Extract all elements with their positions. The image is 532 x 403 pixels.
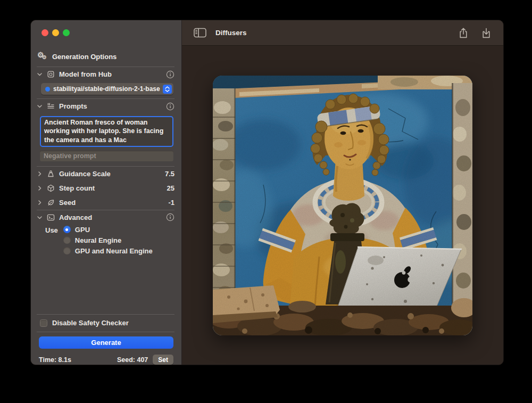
info-icon[interactable] [166,102,174,111]
prompt-input[interactable]: Ancient Roman fresco of woman working wi… [40,116,173,147]
terminal-icon [46,213,55,222]
fresco-illustration [213,76,472,335]
cube-icon [46,184,55,193]
leaf-icon [46,198,55,207]
use-label: Use [45,226,58,255]
disable-safety-checker-row[interactable]: Disable Safety Checker [40,319,174,327]
gears-icon: ⚙⚙ [37,52,48,61]
chevron-right-icon[interactable] [37,200,43,205]
text-quote-icon [46,102,55,111]
seed-value: -1 [168,199,174,207]
compute-unit-group: Use GPU Neural Engine GPU and Neural Eng… [45,226,174,255]
model-select[interactable]: stabilityai/stable-diffusion-2-1-base [41,83,173,95]
seed-row[interactable]: Seed -1 [37,195,174,210]
chevron-right-icon[interactable] [37,185,43,191]
prompts-section-label: Prompts [59,102,87,110]
radio-neural-engine-label: Neural Engine [75,236,121,244]
chevron-down-icon[interactable] [37,71,43,77]
radio-gpu-and-neural-engine-label: GPU and Neural Engine [75,247,153,255]
advanced-section-label: Advanced [59,213,92,221]
negative-prompt-input[interactable] [40,151,173,161]
step-count-label: Step count [59,184,95,192]
disable-safety-checker-label: Disable Safety Checker [52,319,129,327]
model-status-dot [45,87,50,92]
model-section-row[interactable]: Model from Hub [37,67,174,81]
info-icon[interactable] [166,70,174,79]
radio-neural-engine[interactable]: Neural Engine [63,236,153,244]
set-seed-button[interactable]: Set [153,355,173,365]
radio-gpu[interactable]: GPU [63,226,153,234]
advanced-section-row[interactable]: Advanced [37,210,174,225]
step-count-value: 25 [167,184,174,192]
status-bar: Time: 8.1s Seed: 407 Set [39,355,173,365]
canvas-area [182,46,503,365]
sidebar: ⚙⚙ Generation Options Model from Hub sta… [31,20,182,365]
radio-gpu-label: GPU [75,226,90,234]
divider [37,332,174,332]
radio-button-icon[interactable] [63,226,71,233]
guidance-scale-row[interactable]: Guidance Scale 7.5 [37,167,174,181]
scale-mass-icon [46,169,55,178]
sidebar-header: ⚙⚙ Generation Options [37,52,174,61]
chevron-right-icon[interactable] [37,171,43,177]
save-icon[interactable] [481,27,492,39]
sidebar-toggle-icon[interactable] [194,28,206,38]
main-area: Diffusers [182,20,503,365]
seed-label: Seed [59,199,76,207]
radio-button-icon[interactable] [63,236,71,244]
generate-button[interactable]: Generate [39,336,173,349]
model-section-label: Model from Hub [59,70,112,78]
minimize-button[interactable] [52,29,59,36]
app-window: ⚙⚙ Generation Options Model from Hub sta… [30,20,504,365]
prompts-section-row[interactable]: Prompts [37,99,174,113]
chevron-down-icon[interactable] [37,215,43,220]
guidance-scale-value: 7.5 [165,170,174,178]
cpu-chip-icon [46,70,55,79]
model-select-value: stabilityai/stable-diffusion-2-1-base [53,85,163,93]
checkbox-icon[interactable] [40,319,47,327]
generated-image[interactable] [213,76,472,335]
sidebar-title: Generation Options [52,53,117,61]
guidance-scale-label: Guidance Scale [59,170,111,178]
zoom-button[interactable] [63,29,70,36]
select-stepper-icon[interactable] [163,85,172,94]
radio-gpu-and-neural-engine[interactable]: GPU and Neural Engine [63,247,153,255]
window-title: Diffusers [215,29,247,37]
window-controls [31,20,181,45]
time-status: Time: 8.1s [39,356,71,364]
info-icon[interactable] [166,213,174,221]
titlebar: Diffusers [182,20,503,46]
seed-status: Seed: 407 [117,356,148,364]
divider [37,314,174,315]
chevron-down-icon[interactable] [37,103,43,109]
share-icon[interactable] [458,27,469,39]
step-count-row[interactable]: Step count 25 [37,181,174,195]
close-button[interactable] [41,29,48,36]
radio-button-icon[interactable] [63,247,71,254]
